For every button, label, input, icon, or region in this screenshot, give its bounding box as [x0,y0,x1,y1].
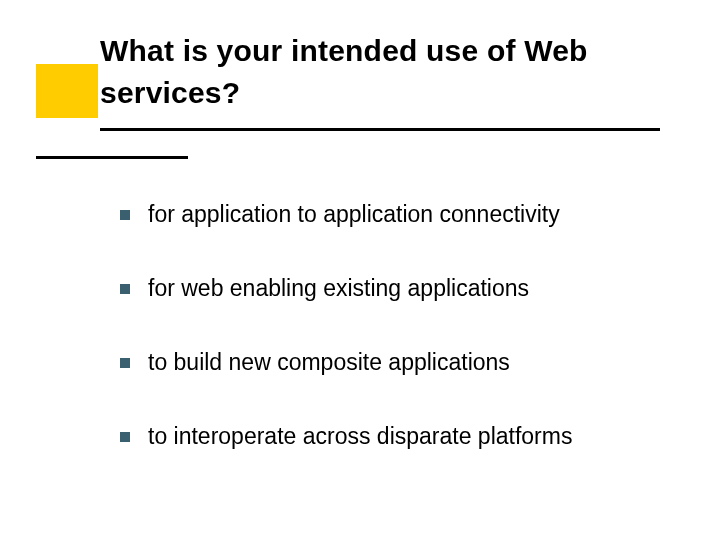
slide: What is your intended use of Web service… [0,0,720,540]
list-item-text: to build new composite applications [148,348,660,378]
list-item-text: to interoperate across disparate platfor… [148,422,660,452]
square-bullet-icon [120,284,130,294]
slide-title: What is your intended use of Web service… [100,30,660,114]
accent-block [36,64,98,118]
accent-underline [36,156,188,159]
list-item-text: for web enabling existing applications [148,274,660,304]
list-item: for application to application connectiv… [120,200,660,230]
title-underline [100,128,660,131]
square-bullet-icon [120,210,130,220]
list-item: for web enabling existing applications [120,274,660,304]
list-item: to interoperate across disparate platfor… [120,422,660,452]
square-bullet-icon [120,432,130,442]
list-item-text: for application to application connectiv… [148,200,660,230]
list-item: to build new composite applications [120,348,660,378]
bullet-list: for application to application connectiv… [120,200,660,496]
square-bullet-icon [120,358,130,368]
